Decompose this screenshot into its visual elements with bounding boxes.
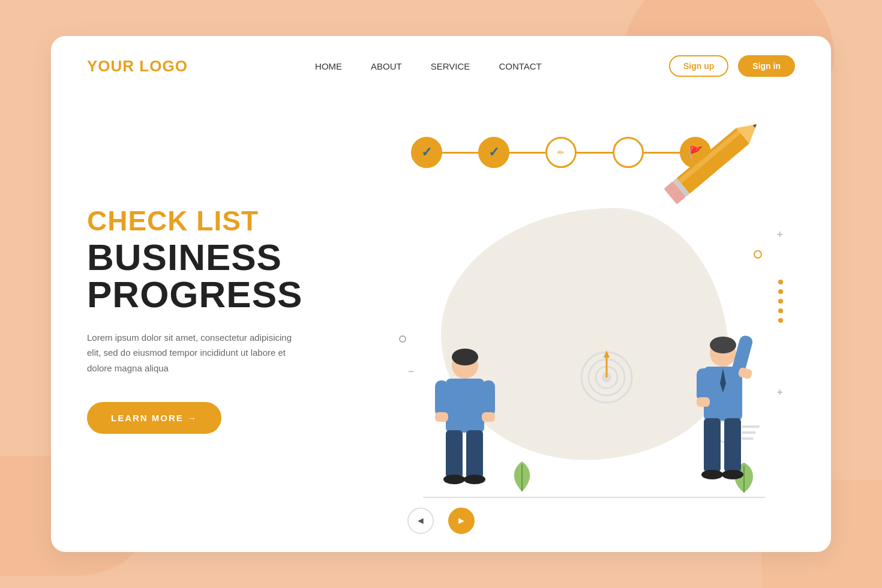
hero-subtitle: CHECK LIST	[87, 206, 375, 236]
signup-button[interactable]: Sign up	[669, 55, 728, 77]
dot-2	[778, 289, 783, 294]
svg-rect-24	[697, 397, 710, 407]
svg-point-15	[443, 475, 465, 484]
carousel-nav: ◄ ►	[407, 508, 475, 534]
logo: YOUR LOGO	[87, 57, 188, 76]
svg-point-28	[722, 470, 743, 479]
dots-decoration	[778, 280, 783, 323]
svg-rect-23	[697, 368, 710, 401]
svg-rect-13	[446, 430, 463, 478]
nav-home[interactable]: HOME	[315, 61, 342, 71]
circle-deco-1	[754, 250, 762, 259]
learn-more-button[interactable]: LEARN MORE →	[87, 402, 221, 434]
person-right	[687, 335, 759, 494]
timeline: ✏ 🚩	[411, 137, 711, 168]
timeline-line-1	[442, 152, 478, 154]
main-card: YOUR LOGO HOME ABOUT SERVICE CONTACT Sig…	[51, 36, 831, 552]
dot-5	[778, 318, 783, 323]
timeline-node-3: ✏	[545, 137, 577, 168]
carousel-prev-button[interactable]: ◄	[407, 508, 434, 534]
dot-4	[778, 308, 783, 313]
target-icon	[580, 350, 634, 407]
timeline-node-1	[411, 137, 442, 168]
carousel-play-button[interactable]: ►	[448, 508, 475, 534]
main-content: CHECK LIST BUSINESS PROGRESS Lorem ipsum…	[51, 77, 831, 527]
hero-title-line1: BUSINESS	[87, 236, 282, 278]
svg-point-18	[710, 337, 736, 353]
svg-rect-11	[482, 380, 495, 416]
plus-icon-2: +	[776, 386, 783, 399]
timeline-line-4	[644, 152, 680, 154]
nav-service[interactable]: SERVICE	[431, 61, 470, 71]
svg-point-16	[464, 475, 485, 484]
svg-rect-25	[704, 418, 721, 472]
nav-contact[interactable]: CONTACT	[499, 61, 541, 71]
svg-rect-8	[446, 379, 484, 433]
timeline-line-2	[509, 152, 545, 154]
minus-icon: −	[408, 365, 415, 378]
hero-title-line2: PROGRESS	[87, 274, 302, 315]
nav-about[interactable]: ABOUT	[371, 61, 402, 71]
svg-rect-14	[466, 430, 483, 478]
hero-left: CHECK LIST BUSINESS PROGRESS Lorem ipsum…	[87, 101, 375, 527]
timeline-item-2	[478, 137, 545, 168]
navbar: YOUR LOGO HOME ABOUT SERVICE CONTACT Sig…	[51, 36, 831, 77]
dot-3	[778, 299, 783, 304]
svg-rect-9	[435, 380, 448, 416]
nav-buttons: Sign up Sign in	[669, 55, 795, 77]
dot-1	[778, 280, 783, 284]
svg-rect-12	[482, 412, 495, 422]
hero-illustration: ✏ 🚩	[375, 101, 795, 527]
signin-button[interactable]: Sign in	[738, 55, 795, 77]
timeline-node-4	[613, 137, 644, 168]
svg-point-27	[701, 470, 723, 479]
svg-point-7	[452, 349, 478, 365]
nav-links: HOME ABOUT SERVICE CONTACT	[315, 61, 542, 71]
circle-deco-2	[399, 335, 406, 343]
timeline-line-3	[577, 152, 613, 154]
plus-icon-1: +	[776, 229, 783, 241]
timeline-item-3: ✏	[545, 137, 613, 168]
person-left	[429, 347, 501, 494]
timeline-item-1	[411, 137, 478, 168]
timeline-node-2	[478, 137, 509, 168]
svg-rect-10	[435, 412, 448, 422]
hero-title: BUSINESS PROGRESS	[87, 239, 375, 313]
ground-line	[423, 497, 765, 498]
hero-description: Lorem ipsum dolor sit amet, consectetur …	[87, 330, 303, 376]
leaf-left	[507, 458, 537, 497]
svg-rect-26	[724, 418, 741, 472]
timeline-item-4	[613, 137, 680, 168]
